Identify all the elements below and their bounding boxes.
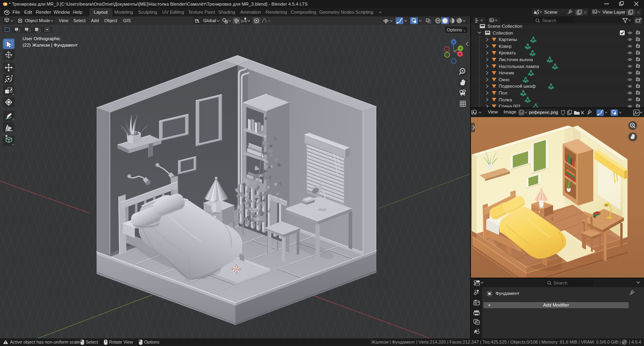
svg-text:Ковер: Ковер bbox=[499, 44, 512, 49]
svg-text:Ночник: Ночник bbox=[499, 70, 514, 75]
svg-text:Полка: Полка bbox=[499, 97, 512, 102]
svg-text:Scene Collection: Scene Collection bbox=[487, 24, 522, 29]
svg-text:Настольная лампа: Настольная лампа bbox=[499, 64, 539, 69]
svg-text:Окно: Окно bbox=[499, 77, 510, 82]
svg-text:Кровать: Кровать bbox=[499, 50, 516, 55]
svg-text:Листочек вьюна: Листочек вьюна bbox=[499, 57, 533, 62]
svg-text:Стена 001: Стена 001 bbox=[499, 104, 521, 107]
svg-text:Z: Z bbox=[453, 40, 455, 44]
svg-text:Collection: Collection bbox=[493, 31, 513, 35]
svg-text:Картины: Картины bbox=[499, 37, 517, 42]
svg-text:Y: Y bbox=[459, 47, 462, 50]
svg-text:Пол: Пол bbox=[499, 91, 507, 95]
svg-text:X: X bbox=[459, 52, 461, 56]
svg-text:Подвесной шкаф: Подвесной шкаф bbox=[499, 84, 536, 89]
